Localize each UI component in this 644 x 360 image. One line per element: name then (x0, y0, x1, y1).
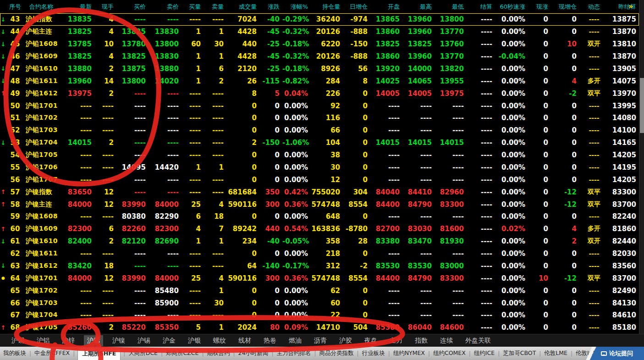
column-header-num[interactable]: 序号 (6, 3, 24, 11)
quote-row-沪铅1611[interactable]: ↓48沪铅1611139601413800140201226-115-0.82%… (0, 75, 639, 87)
product-tab-沪锡[interactable]: 沪锡 (134, 335, 154, 346)
column-header-speed60[interactable]: 60秒速涨 (495, 3, 528, 11)
column-header-volume[interactable]: 成交量 (226, 3, 259, 11)
column-header-cur_oi[interactable]: 现增仓 (551, 3, 579, 11)
contract-name[interactable]: 沪镍1610 (24, 237, 66, 245)
contract-name[interactable]: 沪铅1707 (24, 176, 66, 184)
quote-row-沪镍主连[interactable]: ↑58沪镍主连840001283990840002545901163000.36… (0, 198, 639, 210)
column-header-low[interactable]: 最低 (435, 3, 467, 11)
exchange-tab-中金所CFFEX[interactable]: 中金所CFFEX (34, 348, 70, 359)
product-tab-沪胶[interactable]: 沪胶 (336, 335, 355, 346)
contract-name[interactable]: 沪铅1703 (24, 126, 66, 134)
contract-name[interactable]: 沪铅1701 (24, 102, 66, 110)
contract-name[interactable]: 沪铅主连 (24, 28, 66, 36)
exchange-tab-24小时新闻[interactable]: 24小时新闻 (238, 348, 269, 359)
product-tab-外盘关联[interactable]: 外盘关联 (462, 335, 494, 346)
quote-row-沪镍1703[interactable]: 66沪镍1703------------85900----30000.00%60… (0, 297, 639, 309)
contract-name[interactable]: 沪镍1609 (24, 225, 66, 233)
exchange-tab-芝加哥CBOT[interactable]: 芝加哥CBOT (502, 348, 536, 359)
column-header-latest[interactable]: 最新 (66, 3, 94, 11)
exchange-tab-纽约COMEX[interactable]: 纽约COMEX (433, 348, 466, 359)
product-tab-夜盘[interactable]: 夜盘 (361, 335, 380, 346)
contract-name[interactable]: 沪镍1608 (24, 212, 66, 221)
quote-row-沪铅1704[interactable]: ↓53沪铅1704140152----------------2-150-1.0… (0, 137, 639, 149)
contract-name[interactable]: 沪铅1610 (24, 65, 66, 73)
contract-name[interactable]: 沪铅1611 (24, 77, 66, 85)
exchange-tab-郑商所CZCE[interactable]: 郑商所CZCE (165, 348, 199, 359)
product-tab-沪镍[interactable]: 沪镍 (109, 335, 128, 346)
contract-name[interactable]: 沪铅1705 (24, 151, 66, 159)
column-header-change[interactable]: 涨跌 (259, 3, 282, 11)
quote-row-沪镍1609[interactable]: ↑60沪镍1609823006822608230047892424400.54%… (0, 223, 639, 235)
quote-row-沪镍1612[interactable]: ↓63沪镍16128342018----------------64-140-0… (0, 260, 639, 272)
quote-row-沪铅1705[interactable]: 54沪铅1705------------------------000.00%3… (0, 149, 639, 161)
more-columns-chevron-icon[interactable]: » (628, 2, 633, 11)
column-header-settle[interactable]: 结算 (467, 3, 495, 11)
contract-name[interactable]: 沪铅1702 (24, 114, 66, 122)
column-header-ask[interactable]: 卖价 (149, 3, 182, 11)
quote-row-沪镍1701[interactable]: ●64沪镍1701840001283990840002545901163000.… (0, 272, 639, 284)
product-tab-燃油[interactable]: 燃油 (286, 335, 305, 346)
product-tab-沪铅[interactable]: 沪铅 (84, 335, 103, 346)
contract-name[interactable]: 沪铅1609 (24, 52, 66, 61)
quote-row-沪铅1612[interactable]: ↑49沪铅1612139752----------------850.04%22… (0, 87, 639, 100)
contract-name[interactable]: 沪铅1608 (24, 40, 66, 48)
product-tab-指数[interactable]: 指数 (412, 335, 431, 346)
product-tab-线材[interactable]: 线材 (235, 335, 254, 346)
contract-name[interactable]: 沪镍1702 (24, 287, 66, 295)
column-header-ask_vol[interactable]: 卖量 (204, 3, 226, 11)
column-header-name[interactable]: 合约名称 (24, 3, 66, 11)
exchange-tab-商品分类指数[interactable]: 商品分类指数 (319, 348, 354, 359)
product-tab-沪银[interactable]: 沪银 (185, 335, 204, 346)
quote-row-沪镍1705[interactable]: ↑68沪镍17058526028522085350512024800.09%14… (0, 321, 639, 334)
quote-row-沪铅1703[interactable]: 52沪铅1703------------------------000.00%6… (0, 124, 639, 137)
contract-name[interactable]: 沪铅1612 (24, 89, 66, 98)
quote-row-沪铅1701[interactable]: 50沪铅1701------------------------000.00%9… (0, 100, 639, 112)
column-header-change_pct[interactable]: 涨幅% (282, 3, 311, 11)
product-tab-热卷[interactable]: 热卷 (260, 335, 280, 346)
quote-row-沪镍指数[interactable]: ↑57沪镍指数8365012----------------6816843500… (0, 186, 639, 198)
contract-name[interactable]: 沪镍1703 (24, 299, 66, 307)
exchange-tab-纽约NYMEX[interactable]: 纽约NYMEX (393, 348, 425, 359)
column-header-dynamic[interactable]: 动态 (579, 3, 609, 11)
exchange-tab-上期所SHFE[interactable]: 上期所SHFE (77, 347, 121, 360)
quote-row-沪铅主连[interactable]: ↓44沪铅主连1382541382513830114428-45-0.32%20… (0, 26, 639, 38)
quote-row-沪镍1608[interactable]: 59沪镍1608--------8038082290618000.00%6480… (0, 210, 639, 223)
contract-name[interactable]: 沪镍1704 (24, 311, 66, 319)
contract-name[interactable]: 沪镍主连 (24, 200, 66, 209)
quote-row-沪铅1609[interactable]: ↓46沪铅16091382541382513830114428-45-0.32%… (0, 50, 639, 63)
exchange-tab-大商所DCE[interactable]: 大商所DCE (128, 348, 158, 359)
contract-name[interactable]: 沪铅1706 (24, 163, 66, 172)
quote-row-沪镍1704[interactable]: 67沪镍1704------------------------000.00%2… (0, 309, 639, 321)
quote-row-沪铅指数[interactable]: ↓43沪铅指数138354----------------7024-40-0.2… (0, 13, 639, 26)
column-header-open_interest[interactable]: 持仓量 (311, 3, 343, 11)
quote-row-沪镍1611[interactable]: 62沪镍1611------------------------000.00%2… (0, 248, 639, 260)
product-tab-连续[interactable]: 连续 (437, 335, 456, 346)
column-header-lots[interactable]: 现手 (94, 3, 116, 11)
column-header-open[interactable]: 开盘 (370, 3, 402, 11)
quote-row-沪铅1706[interactable]: 55沪铅1706--------140951442011000.00%300--… (0, 161, 639, 174)
product-tab-沥青[interactable]: 沥青 (311, 335, 330, 346)
exchange-tab-纽约ICE[interactable]: 纽约ICE (473, 348, 495, 359)
column-header-bid[interactable]: 买价 (116, 3, 149, 11)
vertical-scrollbar[interactable] (639, 0, 644, 334)
contract-name[interactable]: 沪镍1612 (24, 262, 66, 270)
product-tab-沪铜[interactable]: 沪铜 (8, 335, 28, 346)
product-tab-沪金[interactable]: 沪金 (160, 335, 179, 346)
exchange-tab-伦敦LME[interactable]: 伦敦LME (544, 348, 568, 359)
forum-question-button[interactable]: 论坛提问 (590, 347, 644, 360)
vertical-scrollbar-thumb[interactable] (640, 78, 644, 133)
quote-row-沪铅1610[interactable]: ↓47沪铅16101388021387513880162120-25-0.18%… (0, 63, 639, 75)
quote-row-沪铅1702[interactable]: 51沪铅1702------------------------000.00%1… (0, 112, 639, 124)
exchange-tab-我的板块[interactable]: 我的板块 (3, 348, 27, 359)
contract-name[interactable]: 沪铅指数 (24, 15, 66, 23)
quote-row-沪镍1702[interactable]: 65沪镍1702------------85480----1000.00%620… (0, 284, 639, 297)
exchange-tab-行业板块[interactable]: 行业板块 (362, 348, 385, 359)
product-tab-沪锌[interactable]: 沪锌 (59, 335, 78, 346)
quote-row-沪铅1707[interactable]: 56沪铅1707------------------------000.00%1… (0, 173, 639, 186)
product-tab-螺纹[interactable]: 螺纹 (210, 335, 229, 346)
product-tab-主力[interactable]: 主力 (386, 335, 406, 346)
exchange-tab-期权合约[interactable]: 期权合约 (207, 348, 231, 359)
column-header-daily_oi[interactable]: 日增仓 (343, 3, 370, 11)
column-header-cur_rise[interactable]: 现涨 (528, 3, 551, 11)
